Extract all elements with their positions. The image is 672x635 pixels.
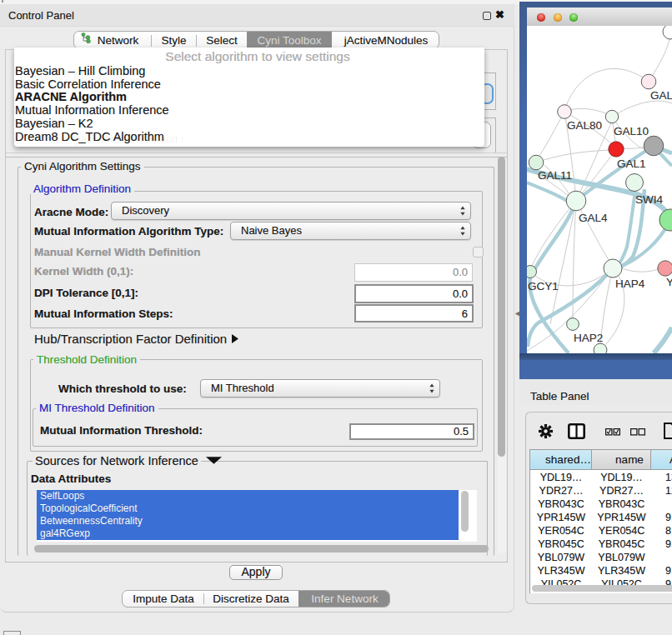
svg-text:HAP4: HAP4 [615, 278, 645, 290]
svg-text:GAL11: GAL11 [538, 169, 572, 182]
svg-text:GAL80: GAL80 [567, 119, 602, 132]
svg-text:Y: Y [666, 276, 672, 288]
svg-text:SWI4: SWI4 [635, 193, 663, 206]
svg-text:GCY1: GCY1 [528, 280, 559, 292]
svg-text:HAP2: HAP2 [574, 332, 603, 344]
svg-text:GAL4: GAL4 [579, 212, 608, 224]
svg-text:GAL1: GAL1 [617, 158, 646, 170]
svg-text:GAL10: GAL10 [614, 125, 649, 138]
svg-text:GAL: GAL [650, 89, 672, 102]
